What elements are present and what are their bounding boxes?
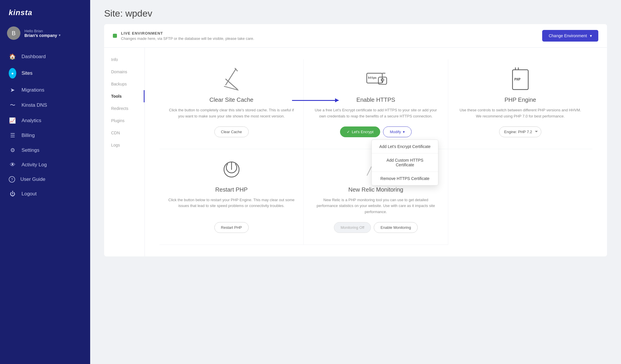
php-engine-title: PHP Engine bbox=[505, 97, 536, 103]
subnav-logs[interactable]: Logs bbox=[104, 139, 145, 151]
subnav-plugins[interactable]: Plugins bbox=[104, 115, 145, 127]
subnav-tools[interactable]: Tools bbox=[104, 90, 145, 102]
monitoring-off-button: Monitoring Off bbox=[334, 222, 371, 233]
env-title: LIVE ENVIRONMENT bbox=[121, 31, 254, 35]
clear-cache-button[interactable]: Clear Cache bbox=[214, 126, 249, 137]
add-custom-https-option[interactable]: Add Custom HTTPS Certificate bbox=[372, 153, 438, 172]
environment-banner: LIVE ENVIRONMENT Changes made here, via … bbox=[104, 24, 607, 48]
svg-line-1 bbox=[226, 79, 237, 89]
remove-https-option[interactable]: Remove HTTPS Certificate bbox=[372, 172, 438, 185]
sidebar-item-logout[interactable]: ⏻ Logout bbox=[0, 187, 90, 201]
sidebar-item-sites[interactable]: ● Sites bbox=[0, 64, 90, 83]
migrations-icon: ➤ bbox=[9, 87, 16, 93]
checkmark-icon: ✓ bbox=[347, 130, 350, 134]
enable-https-title: Enable HTTPS bbox=[356, 97, 395, 103]
svg-text:https: https bbox=[368, 76, 377, 79]
modify-dropdown-menu: Add Let's Encrypt Certificate Add Custom… bbox=[371, 140, 438, 185]
env-description: Changes made here, via SFTP or the datab… bbox=[121, 36, 254, 41]
restart-php-title: Restart PHP bbox=[215, 186, 248, 193]
avatar: B bbox=[7, 26, 20, 40]
restart-php-card: Restart PHP Click the button below to re… bbox=[159, 149, 304, 245]
php-engine-card: PHP PHP Engine Use these controls to swi… bbox=[448, 59, 592, 149]
https-icon: https bbox=[364, 68, 387, 91]
inner-layout: Info Domains Backups Tools Redirects Plu… bbox=[104, 48, 607, 256]
arrow-head bbox=[335, 98, 339, 102]
subnav-redirects[interactable]: Redirects bbox=[104, 102, 145, 115]
sidebar-item-activity-log[interactable]: 👁 Activity Log bbox=[0, 158, 90, 172]
sidebar-logo: kinsta bbox=[0, 0, 90, 23]
lets-encrypt-button[interactable]: ✓ Let's Encrypt bbox=[340, 126, 380, 137]
subnav-backups[interactable]: Backups bbox=[104, 78, 145, 90]
sidebar: kinsta B Hello Brian Brian's company ▾ 🏠… bbox=[0, 0, 90, 364]
subnav-cdn[interactable]: CDN bbox=[104, 127, 145, 139]
sidebar-item-dashboard[interactable]: 🏠 Dashboard bbox=[0, 49, 90, 64]
live-dot bbox=[113, 34, 117, 38]
greeting-label: Hello Brian bbox=[24, 29, 61, 33]
user-info: Hello Brian Brian's company ▾ bbox=[24, 29, 61, 38]
clear-cache-card: Clear Site Cache Click the button to com… bbox=[159, 59, 304, 149]
sidebar-item-label: Analytics bbox=[22, 118, 41, 124]
sidebar-item-analytics[interactable]: 📈 Analytics bbox=[0, 113, 90, 128]
dns-icon: 〜 bbox=[9, 101, 16, 109]
enable-https-desc: Use a free Let's Encrypt certificate to … bbox=[312, 107, 439, 119]
sidebar-item-label: Billing bbox=[22, 133, 35, 138]
main-content: Site: wpdev LIVE ENVIRONMENT Changes mad… bbox=[90, 0, 621, 364]
chevron-down-icon: ▾ bbox=[590, 33, 592, 38]
tools-panel: Clear Site Cache Click the button to com… bbox=[145, 48, 607, 256]
new-relic-desc: New Relic is a PHP monitoring tool you c… bbox=[312, 197, 439, 215]
new-relic-title: New Relic Monitoring bbox=[348, 186, 403, 193]
main-header: Site: wpdev bbox=[90, 0, 621, 24]
help-icon: ? bbox=[9, 176, 15, 183]
clear-cache-desc: Click the button to completely clear thi… bbox=[168, 107, 295, 119]
enable-https-card: https Enable HTTPS Use a free Let's Encr… bbox=[304, 59, 448, 149]
billing-icon: ☰ bbox=[9, 132, 16, 139]
restart-php-desc: Click the button below to restart your P… bbox=[168, 197, 295, 215]
sidebar-item-kinsta-dns[interactable]: 〜 Kinsta DNS bbox=[0, 97, 90, 113]
subnav-domains[interactable]: Domains bbox=[104, 66, 145, 78]
chevron-down-icon: ▾ bbox=[403, 130, 405, 134]
enable-monitoring-button[interactable]: Enable Monitoring bbox=[374, 222, 418, 233]
chevron-down-icon: ▾ bbox=[59, 33, 61, 37]
modify-button[interactable]: Modify ▾ bbox=[383, 126, 411, 137]
sidebar-item-label: Activity Log bbox=[22, 162, 47, 168]
restart-php-button[interactable]: Restart PHP bbox=[214, 222, 249, 233]
php-engine-icon: PHP bbox=[509, 68, 532, 91]
sidebar-item-billing[interactable]: ☰ Billing bbox=[0, 128, 90, 143]
content-area: LIVE ENVIRONMENT Changes made here, via … bbox=[90, 24, 621, 364]
svg-text:PHP: PHP bbox=[514, 77, 521, 81]
dropdown-arrow bbox=[292, 100, 339, 101]
sidebar-item-label: Dashboard bbox=[22, 54, 46, 60]
analytics-icon: 📈 bbox=[9, 117, 16, 124]
sidebar-nav: 🏠 Dashboard ● Sites ➤ Migrations 〜 Kinst… bbox=[0, 47, 90, 364]
home-icon: 🏠 bbox=[9, 53, 16, 60]
sidebar-user[interactable]: B Hello Brian Brian's company ▾ bbox=[0, 23, 90, 47]
tools-grid: Clear Site Cache Click the button to com… bbox=[159, 59, 592, 245]
company-label: Brian's company ▾ bbox=[24, 33, 61, 38]
php-engine-desc: Use these controls to switch between dif… bbox=[457, 107, 584, 119]
settings-icon: ⚙ bbox=[9, 147, 16, 154]
sidebar-item-label: Sites bbox=[22, 70, 33, 76]
php-engine-select[interactable]: Engine: PHP 7.2 Engine: PHP 7.1 Engine: … bbox=[499, 126, 541, 137]
sidebar-item-label: Logout bbox=[22, 191, 37, 197]
eye-icon: 👁 bbox=[9, 162, 16, 168]
subnav-info[interactable]: Info bbox=[104, 53, 145, 66]
sub-navigation: Info Domains Backups Tools Redirects Plu… bbox=[104, 48, 145, 256]
logout-icon: ⏻ bbox=[9, 191, 16, 197]
sites-icon: ● bbox=[9, 68, 16, 78]
restart-php-icon bbox=[220, 158, 243, 181]
svg-line-0 bbox=[226, 69, 236, 85]
sidebar-item-label: Migrations bbox=[22, 87, 44, 93]
page-title: Site: wpdev bbox=[104, 8, 607, 19]
sidebar-item-label: Settings bbox=[22, 147, 39, 153]
sidebar-item-settings[interactable]: ⚙ Settings bbox=[0, 143, 90, 158]
sidebar-item-user-guide[interactable]: ? User Guide bbox=[0, 172, 90, 187]
modify-dropdown-wrapper: Modify ▾ Add Let's Encrypt Certificate A… bbox=[383, 126, 411, 137]
sidebar-item-label: User Guide bbox=[20, 176, 45, 182]
clear-cache-title: Clear Site Cache bbox=[209, 97, 253, 103]
add-lets-encrypt-option[interactable]: Add Let's Encrypt Certificate bbox=[372, 140, 438, 153]
change-environment-button[interactable]: Change Environment ▾ bbox=[542, 30, 598, 42]
clear-cache-icon bbox=[220, 68, 243, 91]
sidebar-item-label: Kinsta DNS bbox=[22, 102, 47, 108]
sidebar-item-migrations[interactable]: ➤ Migrations bbox=[0, 83, 90, 97]
